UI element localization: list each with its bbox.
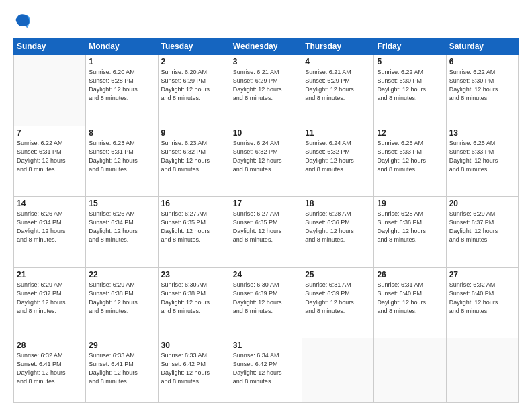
day-info: Sunrise: 6:22 AMSunset: 6:30 PMDaylight:…: [377, 68, 443, 103]
logo: [13, 12, 35, 31]
calendar-cell: 19Sunrise: 6:28 AMSunset: 6:36 PMDayligh…: [374, 197, 446, 268]
day-info: Sunrise: 6:33 AMSunset: 6:42 PMDaylight:…: [161, 351, 227, 386]
day-number: 21: [17, 270, 83, 279]
weekday-header-thursday: Thursday: [302, 38, 374, 55]
day-info: Sunrise: 6:23 AMSunset: 6:32 PMDaylight:…: [161, 139, 227, 174]
calendar-cell: [374, 338, 446, 403]
day-info: Sunrise: 6:32 AMSunset: 6:41 PMDaylight:…: [17, 351, 83, 386]
calendar-cell: 4Sunrise: 6:21 AMSunset: 6:29 PMDaylight…: [302, 55, 374, 126]
calendar-cell: [446, 338, 518, 403]
calendar-cell: 28Sunrise: 6:32 AMSunset: 6:41 PMDayligh…: [14, 338, 86, 403]
day-number: 12: [377, 128, 443, 138]
day-number: 1: [89, 57, 154, 66]
day-info: Sunrise: 6:20 AMSunset: 6:28 PMDaylight:…: [89, 68, 154, 103]
calendar-cell: 11Sunrise: 6:24 AMSunset: 6:32 PMDayligh…: [302, 126, 374, 197]
calendar-cell: 26Sunrise: 6:31 AMSunset: 6:40 PMDayligh…: [374, 267, 446, 338]
day-info: Sunrise: 6:25 AMSunset: 6:33 PMDaylight:…: [377, 139, 443, 174]
week-row-5: 28Sunrise: 6:32 AMSunset: 6:41 PMDayligh…: [14, 338, 519, 403]
day-info: Sunrise: 6:31 AMSunset: 6:39 PMDaylight:…: [305, 281, 371, 316]
week-row-1: 1Sunrise: 6:20 AMSunset: 6:28 PMDaylight…: [14, 55, 519, 126]
day-info: Sunrise: 6:22 AMSunset: 6:30 PMDaylight:…: [449, 68, 515, 103]
day-number: 2: [161, 57, 227, 66]
day-info: Sunrise: 6:30 AMSunset: 6:38 PMDaylight:…: [161, 281, 227, 316]
calendar-cell: 31Sunrise: 6:34 AMSunset: 6:42 PMDayligh…: [230, 338, 302, 403]
day-info: Sunrise: 6:23 AMSunset: 6:31 PMDaylight:…: [89, 139, 154, 174]
weekday-header-sunday: Sunday: [14, 38, 86, 55]
calendar-cell: 18Sunrise: 6:28 AMSunset: 6:36 PMDayligh…: [302, 197, 374, 268]
calendar-cell: 15Sunrise: 6:26 AMSunset: 6:34 PMDayligh…: [86, 197, 158, 268]
calendar-cell: 16Sunrise: 6:27 AMSunset: 6:35 PMDayligh…: [158, 197, 230, 268]
day-number: 15: [89, 199, 154, 208]
day-number: 9: [161, 128, 227, 138]
day-number: 16: [161, 199, 227, 208]
day-number: 27: [449, 270, 515, 279]
day-number: 7: [17, 128, 83, 138]
header: [13, 12, 519, 31]
day-number: 28: [17, 340, 83, 350]
calendar-cell: 25Sunrise: 6:31 AMSunset: 6:39 PMDayligh…: [302, 267, 374, 338]
day-info: Sunrise: 6:20 AMSunset: 6:29 PMDaylight:…: [161, 68, 227, 103]
calendar-table: SundayMondayTuesdayWednesdayThursdayFrid…: [13, 38, 519, 403]
day-info: Sunrise: 6:28 AMSunset: 6:36 PMDaylight:…: [305, 210, 371, 244]
calendar-cell: 24Sunrise: 6:30 AMSunset: 6:39 PMDayligh…: [230, 267, 302, 338]
weekday-header-friday: Friday: [374, 38, 446, 55]
day-number: 25: [305, 270, 371, 279]
calendar-cell: 14Sunrise: 6:26 AMSunset: 6:34 PMDayligh…: [14, 197, 86, 268]
day-info: Sunrise: 6:29 AMSunset: 6:37 PMDaylight:…: [449, 210, 515, 244]
week-row-3: 14Sunrise: 6:26 AMSunset: 6:34 PMDayligh…: [14, 197, 519, 268]
calendar-cell: 20Sunrise: 6:29 AMSunset: 6:37 PMDayligh…: [446, 197, 518, 268]
calendar-cell: 29Sunrise: 6:33 AMSunset: 6:41 PMDayligh…: [86, 338, 158, 403]
day-info: Sunrise: 6:26 AMSunset: 6:34 PMDaylight:…: [17, 210, 83, 244]
calendar-cell: 22Sunrise: 6:29 AMSunset: 6:38 PMDayligh…: [86, 267, 158, 338]
calendar-cell: 23Sunrise: 6:30 AMSunset: 6:38 PMDayligh…: [158, 267, 230, 338]
day-number: 13: [449, 128, 515, 138]
day-number: 20: [449, 199, 515, 208]
day-number: 30: [161, 340, 227, 350]
day-info: Sunrise: 6:22 AMSunset: 6:31 PMDaylight:…: [17, 139, 83, 174]
day-info: Sunrise: 6:27 AMSunset: 6:35 PMDaylight:…: [161, 210, 227, 244]
day-number: 3: [233, 57, 299, 66]
day-number: 4: [305, 57, 371, 66]
calendar-cell: 7Sunrise: 6:22 AMSunset: 6:31 PMDaylight…: [14, 126, 86, 197]
day-info: Sunrise: 6:32 AMSunset: 6:40 PMDaylight:…: [449, 281, 515, 316]
day-number: 23: [161, 270, 227, 279]
calendar-cell: 5Sunrise: 6:22 AMSunset: 6:30 PMDaylight…: [374, 55, 446, 126]
day-info: Sunrise: 6:21 AMSunset: 6:29 PMDaylight:…: [305, 68, 371, 103]
day-number: 6: [449, 57, 515, 66]
calendar-cell: [302, 338, 374, 403]
weekday-header-tuesday: Tuesday: [158, 38, 230, 55]
calendar-cell: 21Sunrise: 6:29 AMSunset: 6:37 PMDayligh…: [14, 267, 86, 338]
weekday-header-row: SundayMondayTuesdayWednesdayThursdayFrid…: [14, 38, 519, 55]
day-info: Sunrise: 6:21 AMSunset: 6:29 PMDaylight:…: [233, 68, 299, 103]
weekday-header-monday: Monday: [86, 38, 158, 55]
day-info: Sunrise: 6:29 AMSunset: 6:38 PMDaylight:…: [89, 281, 154, 316]
day-number: 22: [89, 270, 154, 279]
day-number: 31: [233, 340, 299, 350]
calendar-cell: 6Sunrise: 6:22 AMSunset: 6:30 PMDaylight…: [446, 55, 518, 126]
day-number: 10: [233, 128, 299, 138]
day-info: Sunrise: 6:31 AMSunset: 6:40 PMDaylight:…: [377, 281, 443, 316]
week-row-4: 21Sunrise: 6:29 AMSunset: 6:37 PMDayligh…: [14, 267, 519, 338]
day-number: 5: [377, 57, 443, 66]
day-number: 11: [305, 128, 371, 138]
calendar-cell: 2Sunrise: 6:20 AMSunset: 6:29 PMDaylight…: [158, 55, 230, 126]
day-info: Sunrise: 6:24 AMSunset: 6:32 PMDaylight:…: [305, 139, 371, 174]
day-number: 24: [233, 270, 299, 279]
logo-icon: [13, 12, 32, 31]
day-info: Sunrise: 6:28 AMSunset: 6:36 PMDaylight:…: [377, 210, 443, 244]
calendar-cell: 8Sunrise: 6:23 AMSunset: 6:31 PMDaylight…: [86, 126, 158, 197]
calendar-cell: 9Sunrise: 6:23 AMSunset: 6:32 PMDaylight…: [158, 126, 230, 197]
day-number: 26: [377, 270, 443, 279]
day-number: 29: [89, 340, 154, 350]
day-number: 17: [233, 199, 299, 208]
day-info: Sunrise: 6:30 AMSunset: 6:39 PMDaylight:…: [233, 281, 299, 316]
page: SundayMondayTuesdayWednesdayThursdayFrid…: [0, 0, 532, 411]
day-number: 8: [89, 128, 154, 138]
calendar-cell: 13Sunrise: 6:25 AMSunset: 6:33 PMDayligh…: [446, 126, 518, 197]
calendar-cell: 3Sunrise: 6:21 AMSunset: 6:29 PMDaylight…: [230, 55, 302, 126]
day-number: 14: [17, 199, 83, 208]
calendar-cell: 27Sunrise: 6:32 AMSunset: 6:40 PMDayligh…: [446, 267, 518, 338]
calendar-cell: 1Sunrise: 6:20 AMSunset: 6:28 PMDaylight…: [86, 55, 158, 126]
calendar-cell: 12Sunrise: 6:25 AMSunset: 6:33 PMDayligh…: [374, 126, 446, 197]
day-info: Sunrise: 6:24 AMSunset: 6:32 PMDaylight:…: [233, 139, 299, 174]
